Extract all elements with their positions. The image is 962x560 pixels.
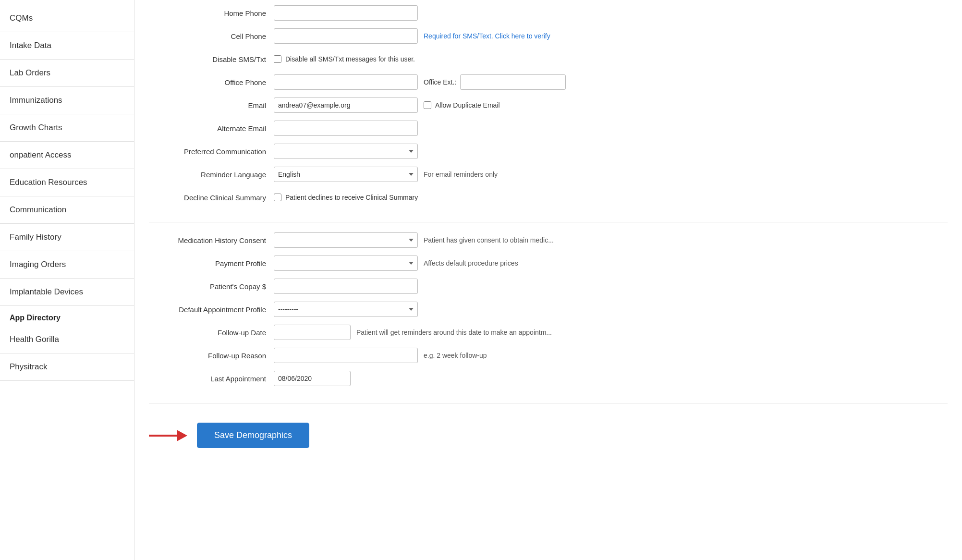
- preferred-communication-select[interactable]: Email Phone SMS/Text: [274, 144, 418, 159]
- sidebar-item-implantable-devices[interactable]: Implantable Devices: [0, 279, 134, 306]
- allow-duplicate-email-label: Allow Duplicate Email: [435, 101, 500, 109]
- contact-section: Home Phone Cell Phone Required for SMS/T…: [149, 5, 948, 222]
- payment-profile-select[interactable]: Default Custom: [274, 256, 418, 271]
- last-appointment-row: Last Appointment: [149, 370, 948, 387]
- medication-history-consent-helper: Patient has given consent to obtain medi…: [424, 236, 554, 244]
- default-appointment-profile-label: Default Appointment Profile: [149, 305, 274, 314]
- cell-phone-label: Cell Phone: [149, 32, 274, 40]
- email-input[interactable]: [274, 97, 418, 113]
- preferred-communication-row: Preferred Communication Email Phone SMS/…: [149, 143, 948, 159]
- allow-duplicate-email-checkbox[interactable]: [424, 101, 431, 109]
- save-area: Save Demographics: [149, 413, 948, 453]
- reminder-language-helper: For email reminders only: [424, 170, 498, 178]
- sidebar-item-onpatient-access[interactable]: onpatient Access: [0, 142, 134, 169]
- cell-phone-input[interactable]: [274, 28, 418, 44]
- sidebar: CQMsIntake DataLab OrdersImmunizationsGr…: [0, 0, 134, 560]
- disable-sms-checkbox-label: Disable all SMS/Txt messages for this us…: [285, 55, 415, 63]
- sms-verify-link[interactable]: Required for SMS/Text. Click here to ver…: [424, 32, 550, 40]
- alternate-email-input[interactable]: [274, 121, 418, 136]
- sidebar-item-growth-charts[interactable]: Growth Charts: [0, 114, 134, 142]
- reminder-language-select[interactable]: English Spanish French: [274, 167, 418, 182]
- reminder-language-row: Reminder Language English Spanish French…: [149, 166, 948, 183]
- office-ext-input[interactable]: [460, 74, 566, 90]
- payment-profile-helper: Affects default procedure prices: [424, 259, 518, 267]
- office-phone-row: Office Phone Office Ext.:: [149, 74, 948, 90]
- sidebar-item-imaging-orders[interactable]: Imaging Orders: [0, 251, 134, 279]
- home-phone-row: Home Phone: [149, 5, 948, 21]
- preferred-communication-label: Preferred Communication: [149, 147, 274, 156]
- decline-clinical-summary-checkbox-label: Patient declines to receive Clinical Sum…: [285, 194, 418, 201]
- alternate-email-row: Alternate Email: [149, 120, 948, 136]
- followup-reason-helper: e.g. 2 week follow-up: [424, 352, 487, 359]
- email-row: Email Allow Duplicate Email: [149, 97, 948, 113]
- home-phone-input[interactable]: [274, 5, 418, 21]
- app-directory-item-health-gorilla[interactable]: Health Gorilla: [0, 326, 134, 353]
- sidebar-item-education-resources[interactable]: Education Resources: [0, 169, 134, 196]
- decline-clinical-summary-row: Decline Clinical Summary Patient decline…: [149, 189, 948, 206]
- sidebar-item-communication[interactable]: Communication: [0, 196, 134, 224]
- svg-marker-1: [177, 430, 187, 441]
- medication-history-consent-label: Medication History Consent: [149, 236, 274, 244]
- sidebar-item-immunizations[interactable]: Immunizations: [0, 87, 134, 114]
- followup-reason-input[interactable]: [274, 348, 418, 363]
- sidebar-item-cqms[interactable]: CQMs: [0, 5, 134, 32]
- app-directory-header: App Directory: [0, 306, 134, 326]
- office-ext-label: Office Ext.:: [424, 78, 456, 86]
- decline-clinical-summary-group: Patient declines to receive Clinical Sum…: [274, 194, 418, 201]
- sidebar-item-family-history[interactable]: Family History: [0, 224, 134, 251]
- disable-sms-checkbox[interactable]: [274, 55, 281, 63]
- cell-phone-row: Cell Phone Required for SMS/Text. Click …: [149, 28, 948, 44]
- last-appointment-label: Last Appointment: [149, 375, 274, 383]
- disable-sms-row: Disable SMS/Txt Disable all SMS/Txt mess…: [149, 51, 948, 67]
- patients-copay-row: Patient's Copay $: [149, 278, 948, 294]
- arrow-icon: [149, 427, 187, 444]
- reminder-language-label: Reminder Language: [149, 170, 274, 179]
- office-ext-group: Office Ext.:: [424, 74, 566, 90]
- followup-date-label: Follow-up Date: [149, 329, 274, 337]
- main-content: Home Phone Cell Phone Required for SMS/T…: [134, 0, 962, 560]
- save-demographics-button[interactable]: Save Demographics: [197, 423, 309, 448]
- followup-reason-label: Follow-up Reason: [149, 352, 274, 360]
- email-label: Email: [149, 101, 274, 110]
- office-phone-input[interactable]: [274, 74, 418, 90]
- decline-clinical-summary-label: Decline Clinical Summary: [149, 194, 274, 202]
- payment-profile-label: Payment Profile: [149, 259, 274, 268]
- patients-copay-input[interactable]: [274, 279, 418, 294]
- followup-date-row: Follow-up Date Patient will get reminder…: [149, 324, 948, 341]
- patients-copay-label: Patient's Copay $: [149, 282, 274, 291]
- disable-sms-group: Disable all SMS/Txt messages for this us…: [274, 55, 415, 63]
- medication-history-consent-select[interactable]: Yes No: [274, 232, 418, 248]
- payment-profile-row: Payment Profile Default Custom Affects d…: [149, 255, 948, 271]
- additional-section: Medication History Consent Yes No Patien…: [149, 232, 948, 403]
- default-appointment-profile-select[interactable]: --------- Option 1 Option 2: [274, 302, 418, 317]
- allow-duplicate-email-group: Allow Duplicate Email: [424, 101, 500, 109]
- sidebar-item-intake-data[interactable]: Intake Data: [0, 32, 134, 60]
- followup-date-helper: Patient will get reminders around this d…: [356, 329, 552, 336]
- app-directory-item-physitrack[interactable]: Physitrack: [0, 353, 134, 381]
- decline-clinical-summary-checkbox[interactable]: [274, 194, 281, 201]
- medication-history-consent-row: Medication History Consent Yes No Patien…: [149, 232, 948, 248]
- home-phone-label: Home Phone: [149, 9, 274, 17]
- default-appointment-profile-row: Default Appointment Profile --------- Op…: [149, 301, 948, 317]
- sidebar-item-lab-orders[interactable]: Lab Orders: [0, 60, 134, 87]
- followup-date-input[interactable]: [274, 325, 351, 340]
- office-phone-label: Office Phone: [149, 78, 274, 86]
- followup-reason-row: Follow-up Reason e.g. 2 week follow-up: [149, 347, 948, 364]
- alternate-email-label: Alternate Email: [149, 124, 274, 133]
- disable-sms-label: Disable SMS/Txt: [149, 55, 274, 63]
- last-appointment-input[interactable]: [274, 371, 351, 386]
